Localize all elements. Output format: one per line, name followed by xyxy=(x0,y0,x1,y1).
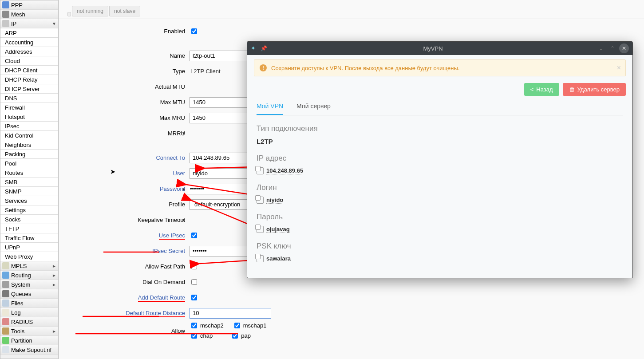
label-default-route-distance: Default Route Distance xyxy=(59,310,190,316)
sidebar-item-dhcp-relay[interactable]: DHCP Relay xyxy=(0,75,58,84)
chevron-right-icon: ► xyxy=(52,264,56,268)
add-default-route-checkbox[interactable] xyxy=(191,295,197,300)
sidebar-item-routes[interactable]: Routes xyxy=(0,168,58,178)
expand-icon[interactable]: ▼ xyxy=(181,131,187,136)
label-keepalive: Keepalive Timeout xyxy=(59,217,190,223)
pin-icon[interactable]: 📌 xyxy=(261,45,267,51)
mpls-icon xyxy=(2,262,9,269)
sidebar-item-tftp[interactable]: TFTP xyxy=(0,224,58,233)
tag-not-slave: not slave xyxy=(109,6,140,16)
close-icon[interactable]: ✕ xyxy=(619,43,629,53)
sidebar-item-snmp[interactable]: SNMP xyxy=(0,187,58,196)
tab-my-vpn[interactable]: Мой VPN xyxy=(257,103,283,115)
sidebar-item-accounting[interactable]: Accounting xyxy=(0,38,58,47)
log-icon xyxy=(2,309,9,316)
copy-icon[interactable] xyxy=(257,167,264,174)
copy-icon[interactable] xyxy=(257,255,264,262)
sidebar-item-cloud[interactable]: Cloud xyxy=(0,56,58,66)
label-type: Type xyxy=(59,68,190,75)
password-value[interactable]: ojujavag xyxy=(257,226,623,233)
allow-mschap2[interactable]: mschap2 xyxy=(190,321,224,330)
sidebar-item-pool[interactable]: Pool xyxy=(0,159,58,168)
vpn-dialog: ✦ 📌 MyVPN ⌄ ⌃ ✕ ! Сохраните доступы к VP… xyxy=(247,41,633,278)
minimize-icon[interactable]: ⌄ xyxy=(596,43,606,53)
system-icon xyxy=(2,281,9,288)
chevron-right-icon: ► xyxy=(52,273,56,278)
sidebar-item-socks[interactable]: Socks xyxy=(0,215,58,224)
sidebar-item-packing[interactable]: Packing xyxy=(0,150,58,159)
password-label: Пароль xyxy=(257,213,623,221)
allow-chap[interactable]: chap xyxy=(190,331,213,340)
sidebar-item-smb[interactable]: SMB xyxy=(0,178,58,187)
sidebar-item-radius[interactable]: RADIUS xyxy=(0,317,58,327)
dialog-titlebar[interactable]: ✦ 📌 MyVPN ⌄ ⌃ ✕ xyxy=(247,42,632,55)
sidebar-label-ip: IP xyxy=(11,20,16,27)
allow-pap[interactable]: pap xyxy=(230,331,251,340)
back-button[interactable]: < Назад xyxy=(524,83,559,96)
delete-server-button[interactable]: 🗑 Удалить сервер xyxy=(563,83,626,96)
enabled-checkbox[interactable] xyxy=(191,28,197,34)
tab-my-server[interactable]: Мой сервер xyxy=(296,103,331,115)
sidebar-item-dns[interactable]: DNS xyxy=(0,94,58,103)
mesh-icon xyxy=(2,11,9,18)
sidebar-item-kid-control[interactable]: Kid Control xyxy=(0,131,58,140)
psk-value[interactable]: sawalara xyxy=(257,255,623,262)
sidebar-item-dhcp-server[interactable]: DHCP Server xyxy=(0,84,58,94)
sidebar-item-ipsec[interactable]: IPsec xyxy=(0,122,58,131)
sidebar-item-addresses[interactable]: Addresses xyxy=(0,47,58,56)
sidebar-item-upnp[interactable]: UPnP xyxy=(0,243,58,252)
expand-icon[interactable]: ▼ xyxy=(181,217,187,222)
queues-icon xyxy=(2,290,9,297)
dial-on-demand-checkbox[interactable] xyxy=(191,279,197,285)
sidebar-item-make-supoutrif[interactable]: Make Supout.rif xyxy=(0,345,58,355)
sidebar-item-arp[interactable]: ARP xyxy=(0,28,58,38)
sidebar-item-mesh[interactable]: Mesh xyxy=(0,10,58,19)
sidebar-item-hotspot[interactable]: Hotspot xyxy=(0,112,58,122)
use-ipsec-checkbox[interactable] xyxy=(191,233,197,238)
ppp-icon xyxy=(2,1,9,8)
cursor-icon: ➤ xyxy=(110,168,116,176)
label-user: User xyxy=(59,170,190,177)
topbar: not running not slave xyxy=(59,0,644,19)
sidebar-item-files[interactable]: Files xyxy=(0,299,58,308)
label-actual-mtu: Actual MTU xyxy=(59,83,190,90)
sidebar-item-dhcp-client[interactable]: DHCP Client xyxy=(0,66,58,75)
sidebar-item-ppp[interactable]: PPP xyxy=(0,0,58,10)
sidebar: PPPMesh IP ▼ ARPAccountingAddressesCloud… xyxy=(0,0,59,359)
sidebar-item-partition[interactable]: Partition xyxy=(0,336,58,345)
copy-icon[interactable] xyxy=(257,226,264,233)
sidebar-item-mpls[interactable]: MPLS► xyxy=(0,261,58,271)
dialog-tabs: Мой VPN Мой сервер xyxy=(257,103,623,115)
maximize-icon[interactable]: ⌃ xyxy=(608,43,617,53)
label-connect-to: Connect To xyxy=(59,154,190,161)
routing-icon xyxy=(2,272,9,279)
ip-value[interactable]: 104.248.89.65 xyxy=(257,167,623,174)
sidebar-item-ip[interactable]: IP ▼ xyxy=(0,19,58,28)
label-mrru: MRRU xyxy=(59,130,190,137)
sidebar-item-queues[interactable]: Queues xyxy=(0,289,58,299)
label-profile: Profile xyxy=(59,201,190,208)
alert-banner: ! Сохраните доступы к VPN. После выхода … xyxy=(254,59,626,76)
sidebar-item-routing[interactable]: Routing► xyxy=(0,271,58,280)
alert-close-icon[interactable]: × xyxy=(617,64,621,72)
sidebar-item-traffic-flow[interactable]: Traffic Flow xyxy=(0,233,58,243)
supout-icon xyxy=(2,346,9,353)
copy-icon[interactable] xyxy=(257,197,264,204)
collapse-icon[interactable]: ▲ xyxy=(181,186,187,191)
app-icon: ✦ xyxy=(251,45,258,52)
sidebar-item-log[interactable]: Log xyxy=(0,308,58,317)
sidebar-item-neighbors[interactable]: Neighbors xyxy=(0,140,58,150)
label-add-default-route: Add Default Route xyxy=(59,294,190,301)
sidebar-item-tools[interactable]: Tools► xyxy=(0,327,58,336)
sidebar-item-services[interactable]: Services xyxy=(0,196,58,205)
sidebar-item-system[interactable]: System► xyxy=(0,280,58,289)
label-password: Password xyxy=(59,185,190,192)
default-route-distance-input[interactable] xyxy=(190,308,271,319)
sidebar-item-settings[interactable]: Settings xyxy=(0,205,58,215)
login-value[interactable]: niyido xyxy=(257,197,623,204)
allow-mschap1[interactable]: mschap1 xyxy=(233,321,267,330)
label-dial-on-demand: Dial On Demand xyxy=(59,279,190,285)
allow-fast-path-checkbox[interactable] xyxy=(191,264,197,269)
sidebar-item-web-proxy[interactable]: Web Proxy xyxy=(0,252,58,261)
sidebar-item-firewall[interactable]: Firewall xyxy=(0,103,58,112)
